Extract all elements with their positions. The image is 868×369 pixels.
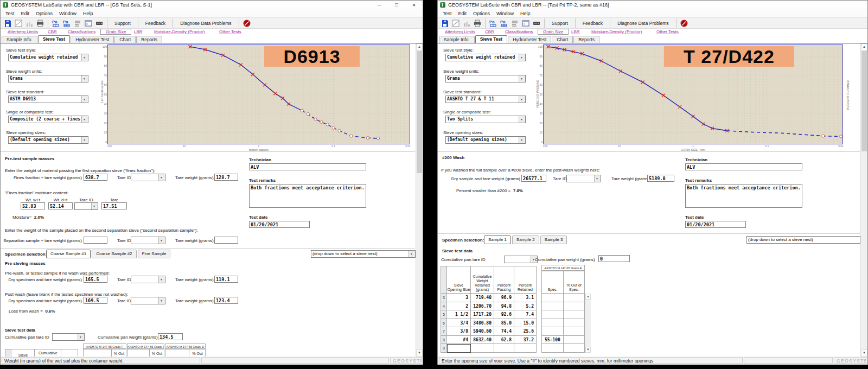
tab-chart[interactable]: Chart — [552, 36, 573, 43]
tab-reports[interactable]: Reports — [573, 36, 599, 43]
mc-wet-field[interactable]: 52.83 — [21, 202, 45, 209]
link-grain-size[interactable]: Grain Size — [100, 29, 131, 35]
separation-tare-weight-field[interactable] — [214, 237, 238, 244]
chevron-down-icon[interactable] — [158, 237, 165, 244]
line-chart-icon[interactable] — [451, 19, 461, 28]
chevron-down-icon[interactable] — [594, 175, 601, 182]
specimen-tab-coarse-sample-1[interactable]: Coarse Sample #1 — [46, 250, 91, 258]
tab-hydrometer-test[interactable]: Hydrometer Test — [71, 36, 114, 43]
postwash-tare-weight-field[interactable]: 123.4 — [214, 297, 238, 304]
cell-ret[interactable]: 25.6 — [514, 327, 537, 336]
postwash-tare-id-combo[interactable] — [131, 297, 165, 304]
link-grain-size[interactable]: Grain Size — [538, 29, 569, 35]
cell-ret[interactable]: 15.0 — [514, 319, 537, 328]
cell-spec[interactable] — [541, 310, 564, 319]
paste-table-icon[interactable]: Pa — [51, 19, 61, 28]
menu-options[interactable]: Options — [33, 11, 56, 16]
cell-ret[interactable]: 3.1 — [514, 294, 537, 302]
window-panel-icon[interactable] — [84, 19, 93, 28]
specimen-tab-sample-3[interactable]: Sample 3 — [540, 236, 567, 244]
pan-tare-id-combo[interactable] — [52, 333, 85, 341]
diagnose-data-problems-button[interactable]: Diagnose Data Problems — [175, 21, 237, 26]
cell-pass[interactable]: 74.4 — [494, 327, 514, 336]
fines-tare-id-combo[interactable] — [131, 174, 165, 181]
bar-chart-icon[interactable] — [24, 19, 34, 28]
cell-sieve[interactable]: #4 — [447, 336, 471, 345]
mc-dry-field[interactable]: 52.14 — [48, 202, 73, 209]
chevron-down-icon[interactable] — [519, 96, 525, 103]
menu-window[interactable]: Window — [493, 11, 517, 16]
scroll-up-icon[interactable]: ▲ — [416, 43, 423, 50]
print-icon[interactable] — [35, 19, 45, 28]
link-classifications[interactable]: Classifications — [505, 29, 533, 34]
link-atterberg-limits[interactable]: Atterberg Limits — [445, 29, 475, 34]
mc-tare-field[interactable]: 17.51 — [101, 202, 127, 209]
cell-ret[interactable]: 7.4 — [514, 310, 537, 319]
cell-sieve[interactable]: 3/4 — [447, 319, 471, 328]
link-lbr[interactable]: LBR — [571, 29, 580, 34]
scroll-down-icon[interactable]: ▼ — [416, 349, 423, 357]
cell-spec[interactable] — [541, 327, 564, 336]
cell-out-of-spec[interactable] — [564, 344, 585, 353]
select-single-or-composite-test[interactable]: Composite (2 coarse + fines) — [8, 116, 88, 123]
test-remarks-field[interactable]: Both fractions meet acceptance criterion… — [685, 184, 802, 208]
feedback-button[interactable]: Feedback — [141, 21, 170, 26]
specimen-tab-sample-1[interactable]: Sample 1 — [484, 236, 511, 244]
chevron-down-icon[interactable] — [81, 54, 88, 61]
cell-pass[interactable]: 62.8 — [494, 336, 514, 345]
pan-weight-field[interactable]: 0 — [598, 255, 630, 262]
select-sieve-weight-units[interactable]: Grams — [445, 75, 526, 82]
window-panel-icon[interactable] — [521, 19, 531, 28]
tab-sieve-test[interactable]: Sieve Test — [475, 35, 507, 43]
feedback-button[interactable]: Feedback — [578, 21, 608, 26]
cell-out-of-spec[interactable] — [564, 310, 585, 319]
link-atterberg-limits[interactable]: Atterberg Limits — [8, 29, 38, 34]
error-icon[interactable] — [242, 19, 252, 28]
cell-out-of-spec[interactable] — [564, 319, 585, 328]
chevron-down-icon[interactable] — [81, 96, 88, 103]
support-button[interactable]: Support — [547, 21, 573, 26]
scroll-down-icon[interactable]: ▼ — [585, 347, 591, 353]
tab-chart[interactable]: Chart — [114, 36, 136, 43]
link-other-tests[interactable]: Other Tests — [656, 29, 679, 34]
separation-weight-field[interactable] — [84, 237, 107, 244]
tab-sample-info[interactable]: Sample Info. — [439, 36, 475, 43]
specimen-tab-fine-sample[interactable]: Fine Sample — [138, 250, 171, 258]
cell-cum[interactable]: 1206.70 — [471, 302, 494, 311]
bar-chart-icon[interactable] — [462, 19, 471, 28]
chevron-down-icon[interactable] — [78, 334, 84, 340]
link-classifications[interactable]: Classifications — [68, 29, 95, 34]
sieve-nest-combo[interactable]: (drop down to select a sieve nest) — [746, 236, 867, 244]
menu-options[interactable]: Options — [470, 11, 493, 16]
prewash-tare-id-combo[interactable] — [131, 276, 165, 283]
select-sieve-test-standard[interactable]: AASHTO T 27 & T 11 — [445, 96, 526, 103]
diagnose-data-problems-button[interactable]: Diagnose Data Problems — [612, 21, 674, 26]
save-icon[interactable] — [3, 19, 12, 28]
chevron-down-icon[interactable] — [409, 251, 415, 257]
fines-weight-field[interactable]: 638.7 — [84, 174, 107, 181]
cell-spec[interactable]: 55-100 — [541, 336, 564, 345]
link-other-tests[interactable]: Other Tests — [219, 29, 241, 34]
cell-cum[interactable]: 8632.40 — [471, 336, 494, 345]
close-button[interactable] — [405, 1, 423, 9]
drive-icon[interactable] — [532, 19, 541, 28]
prewash-tare-weight-field[interactable]: 119.1 — [214, 276, 238, 283]
chevron-down-icon[interactable] — [519, 116, 525, 123]
postwash-weight-field[interactable]: 169.5 — [84, 297, 107, 304]
link-cbr[interactable]: CBR — [48, 29, 57, 34]
list-icon[interactable] — [73, 19, 82, 28]
table-scrollbar[interactable]: ▲ ▼ — [585, 294, 591, 353]
chevron-down-icon[interactable] — [158, 297, 165, 304]
cell-cum[interactable]: 719.40 — [471, 294, 494, 302]
cell-pass[interactable]: 92.6 — [494, 310, 514, 319]
cell-sieve[interactable]: 3/8 — [447, 327, 471, 336]
link-cbr[interactable]: CBR — [485, 29, 494, 34]
cell-cum[interactable]: 3480.80 — [471, 319, 494, 328]
cell-out-of-spec[interactable] — [564, 294, 585, 302]
paste-table-alt-icon[interactable]: Pa — [499, 19, 509, 28]
vertical-scrollbar[interactable]: ▲ ▼ — [416, 43, 423, 357]
select-single-or-composite-test[interactable]: Two Splits — [445, 116, 526, 123]
cell-spec[interactable] — [541, 319, 564, 328]
menu-edit[interactable]: Edit — [18, 11, 33, 16]
select-sieve-opening-sizes[interactable]: (Default opening sizes) — [8, 136, 88, 144]
